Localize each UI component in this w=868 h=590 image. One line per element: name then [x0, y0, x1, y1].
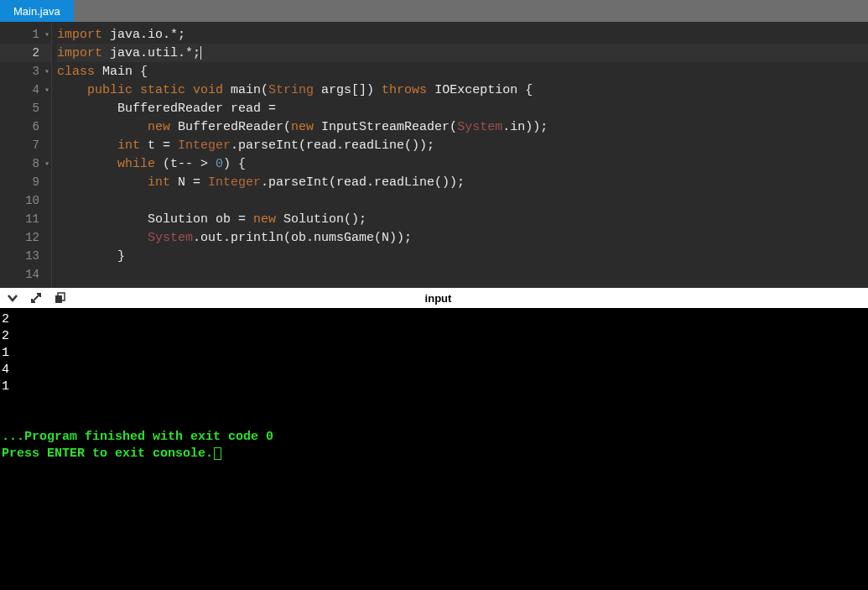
gutter-line: 12 — [0, 228, 51, 247]
code-line: } — [57, 247, 868, 265]
fold-icon[interactable]: ▾ — [44, 159, 49, 169]
gutter-line: 8▾ — [0, 154, 51, 173]
terminal-line — [2, 395, 866, 412]
fold-icon[interactable]: ▾ — [44, 66, 49, 76]
code-line: new BufferedReader(new InputStreamReader… — [57, 117, 868, 136]
gutter-line: 7 — [0, 136, 51, 154]
tab-bar: Main.java — [0, 0, 868, 22]
expand-icon[interactable] — [30, 292, 42, 304]
code-line: class Main { — [57, 62, 868, 81]
gutter-line: 6 — [0, 117, 51, 136]
terminal-line: 2 — [2, 311, 866, 328]
code-line: import java.util.*; — [57, 44, 868, 62]
terminal-status: Press ENTER to exit console. — [2, 446, 866, 462]
terminal-toolbar: input — [0, 288, 868, 308]
terminal-cursor — [214, 447, 221, 460]
gutter-line: 2 — [0, 44, 51, 62]
terminal-line: 2 — [2, 328, 866, 345]
terminal-output[interactable]: 2 2 1 4 1 ...Program finished with exit … — [0, 308, 868, 590]
tab-main-java[interactable]: Main.java — [0, 0, 74, 22]
code-line: int t = Integer.parseInt(read.readLine()… — [57, 136, 868, 154]
terminal-status: ...Program finished with exit code 0 — [2, 429, 866, 446]
line-gutter: 1▾ 2 3▾ 4▾ 5 6 7 8▾ 9 10 11 12 13 14 — [0, 22, 52, 288]
terminal-icons — [7, 292, 65, 304]
terminal-label: input — [65, 292, 811, 305]
terminal-line: 4 — [2, 362, 866, 379]
code-line: int N = Integer.parseInt(read.readLine()… — [57, 173, 868, 191]
gutter-line: 5 — [0, 99, 51, 117]
copy-icon[interactable] — [54, 292, 65, 304]
terminal-line: 1 — [2, 379, 866, 395]
code-line: while (t-- > 0) { — [57, 154, 868, 173]
terminal-line — [2, 412, 866, 429]
gutter-line: 11 — [0, 210, 51, 228]
code-line: BufferedReader read = — [57, 99, 868, 117]
gutter-line: 13 — [0, 247, 51, 265]
svg-rect-0 — [55, 295, 62, 303]
gutter-line: 4▾ — [0, 81, 51, 99]
gutter-line: 3▾ — [0, 62, 51, 81]
fold-icon[interactable]: ▾ — [44, 29, 49, 39]
code-line — [57, 191, 868, 210]
gutter-line: 14 — [0, 265, 51, 284]
code-editor[interactable]: 1▾ 2 3▾ 4▾ 5 6 7 8▾ 9 10 11 12 13 14 imp… — [0, 22, 868, 288]
chevron-down-icon[interactable] — [7, 292, 18, 304]
gutter-line: 10 — [0, 191, 51, 210]
gutter-line: 1▾ — [0, 25, 51, 44]
code-line: public static void main(String args[]) t… — [57, 81, 868, 99]
text-cursor — [200, 46, 201, 60]
fold-icon[interactable]: ▾ — [44, 85, 49, 95]
code-line: Solution ob = new Solution(); — [57, 210, 868, 228]
terminal-line: 1 — [2, 345, 866, 362]
code-area[interactable]: import java.io.*; import java.util.*; cl… — [52, 22, 868, 288]
tab-label: Main.java — [13, 5, 60, 18]
code-line: System.out.println(ob.numsGame(N)); — [57, 228, 868, 247]
gutter-line: 9 — [0, 173, 51, 191]
code-line: import java.io.*; — [57, 25, 868, 44]
